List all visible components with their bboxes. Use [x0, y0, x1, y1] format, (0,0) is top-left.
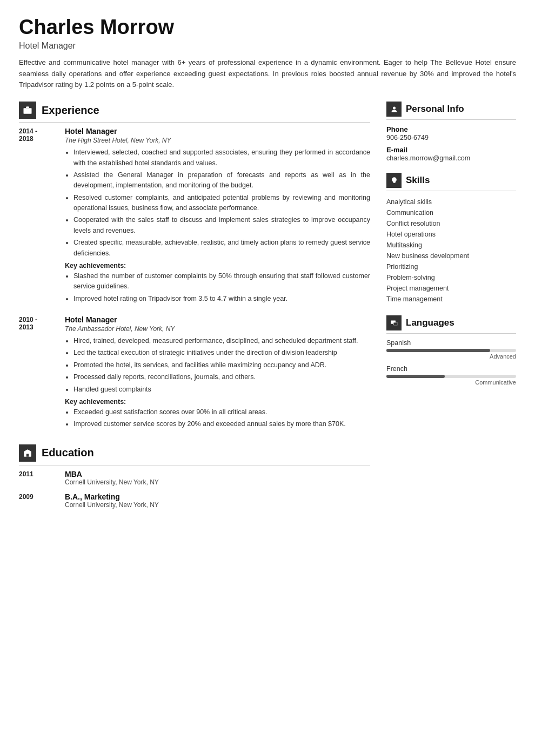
personal-info-title: Personal Info	[406, 104, 464, 114]
skill-item: Project management	[386, 283, 516, 294]
languages-icon	[386, 315, 402, 330]
skill-item: Analytical skills	[386, 197, 516, 207]
exp-bullet: Processed daily reports, reconciliations…	[73, 372, 370, 382]
resume-header: Charles Morrow Hotel Manager Effective a…	[19, 16, 516, 91]
achievement-bullet: Improved customer service scores by 20% …	[73, 419, 370, 429]
svg-rect-4	[26, 454, 29, 456]
email-value: charles.morrow@gmail.com	[386, 154, 516, 162]
edu-content: B.A., MarketingCornell University, New Y…	[65, 492, 159, 509]
language-item: FrenchCommunicative	[386, 365, 516, 386]
skills-title: Skills	[406, 175, 430, 186]
phone-value: 906-250-6749	[386, 134, 516, 141]
language-bar-fill	[386, 375, 445, 378]
edu-school: Cornell University, New York, NY	[65, 501, 159, 509]
left-column: Experience 2014 -2018Hotel ManagerThe Hi…	[19, 102, 370, 522]
experience-entry: 2010 -2013Hotel ManagerThe Ambassador Ho…	[19, 315, 370, 431]
exp-bullet: Handled guest complaints	[73, 384, 370, 395]
skill-item: Multitasking	[386, 240, 516, 251]
email-label: E-mail	[386, 146, 516, 154]
edu-degree: MBA	[65, 470, 159, 478]
languages-header: Languages	[386, 315, 516, 334]
key-achievements-label: Key achievements:	[65, 262, 370, 269]
education-entry: 2009B.A., MarketingCornell University, N…	[19, 492, 370, 509]
personal-info-header: Personal Info	[386, 102, 516, 120]
exp-bullet: Created specific, measurable, achievable…	[73, 238, 370, 259]
language-level: Advanced	[386, 353, 516, 360]
right-column: Personal Info Phone 906-250-6749 E-mail …	[386, 102, 516, 522]
achievement-bullet: Exceeded guest satisfaction scores over …	[73, 407, 370, 417]
language-name: Spanish	[386, 339, 516, 347]
skills-icon	[386, 173, 402, 188]
skills-header: Skills	[386, 173, 516, 191]
personal-info-icon	[386, 102, 402, 117]
education-icon	[19, 444, 36, 462]
exp-job-title: Hotel Manager	[65, 315, 370, 324]
exp-job-title: Hotel Manager	[65, 127, 370, 136]
exp-bullet: Interviewed, selected, coached and suppo…	[73, 147, 370, 168]
achievements-bullets: Exceeded guest satisfaction scores over …	[65, 407, 370, 430]
achievement-bullet: Slashed the number of customer complaint…	[73, 271, 370, 292]
key-achievements-label: Key achievements:	[65, 398, 370, 406]
language-bar-bg	[386, 349, 516, 352]
achievements-bullets: Slashed the number of customer complaint…	[65, 271, 370, 304]
skill-item: Hotel operations	[386, 229, 516, 240]
skill-item: New business development	[386, 251, 516, 261]
skill-item: Problem-solving	[386, 272, 516, 283]
exp-bullet: Promoted the hotel, its services, and fa…	[73, 360, 370, 370]
exp-content: Hotel ManagerThe High Street Hotel, New …	[65, 127, 370, 306]
education-section-header: Education	[19, 444, 370, 465]
exp-bullets: Interviewed, selected, coached and suppo…	[65, 147, 370, 259]
candidate-name: Charles Morrow	[19, 16, 516, 39]
exp-bullet: Resolved customer complaints, and antici…	[73, 193, 370, 214]
edu-degree: B.A., Marketing	[65, 492, 159, 501]
exp-bullet: Led the tactical execution of strategic …	[73, 348, 370, 358]
exp-bullet: Cooperated with the sales staff to discu…	[73, 215, 370, 236]
edu-school: Cornell University, New York, NY	[65, 478, 159, 486]
skills-section: Skills Analytical skillsCommunicationCon…	[386, 173, 516, 305]
exp-dates: 2010 -2013	[19, 315, 65, 431]
experience-entry: 2014 -2018Hotel ManagerThe High Street H…	[19, 127, 370, 306]
candidate-title: Hotel Manager	[19, 41, 516, 51]
language-bar-bg	[386, 375, 516, 378]
svg-point-5	[393, 106, 396, 109]
edu-content: MBACornell University, New York, NY	[65, 470, 159, 486]
languages-section: Languages SpanishAdvancedFrenchCommunica…	[386, 315, 516, 386]
experience-section-header: Experience	[19, 102, 370, 123]
experience-entries: 2014 -2018Hotel ManagerThe High Street H…	[19, 127, 370, 431]
education-entry: 2011MBACornell University, New York, NY	[19, 470, 370, 486]
skill-item: Communication	[386, 207, 516, 218]
education-title: Education	[42, 447, 94, 459]
education-section: Education 2011MBACornell University, New…	[19, 444, 370, 509]
language-level: Communicative	[386, 379, 516, 386]
language-bar-fill	[386, 349, 490, 352]
experience-title: Experience	[42, 104, 99, 117]
exp-company: The High Street Hotel, New York, NY	[65, 137, 370, 144]
exp-bullet: Assisted the General Manager in preparat…	[73, 170, 370, 191]
experience-section: Experience 2014 -2018Hotel ManagerThe Hi…	[19, 102, 370, 431]
language-item: SpanishAdvanced	[386, 339, 516, 360]
exp-bullets: Hired, trained, developed, measured perf…	[65, 336, 370, 395]
language-name: French	[386, 365, 516, 373]
exp-bullet: Hired, trained, developed, measured perf…	[73, 336, 370, 346]
languages-title: Languages	[406, 318, 454, 328]
edu-year: 2009	[19, 492, 65, 509]
exp-content: Hotel ManagerThe Ambassador Hotel, New Y…	[65, 315, 370, 431]
exp-company: The Ambassador Hotel, New York, NY	[65, 325, 370, 333]
edu-year: 2011	[19, 470, 65, 486]
personal-info-section: Personal Info Phone 906-250-6749 E-mail …	[386, 102, 516, 162]
languages-list: SpanishAdvancedFrenchCommunicative	[386, 339, 516, 386]
svg-rect-7	[393, 322, 398, 325]
skill-item: Time management	[386, 294, 516, 305]
skill-item: Prioritizing	[386, 261, 516, 272]
experience-icon	[19, 102, 36, 119]
skill-item: Conflict resolution	[386, 218, 516, 229]
candidate-summary: Effective and communicative hotel manage…	[19, 57, 516, 91]
phone-label: Phone	[386, 125, 516, 133]
skills-list: Analytical skillsCommunicationConflict r…	[386, 197, 516, 305]
education-entries: 2011MBACornell University, New York, NY2…	[19, 470, 370, 509]
exp-dates: 2014 -2018	[19, 127, 65, 306]
achievement-bullet: Improved hotel rating on Tripadvisor fro…	[73, 294, 370, 304]
